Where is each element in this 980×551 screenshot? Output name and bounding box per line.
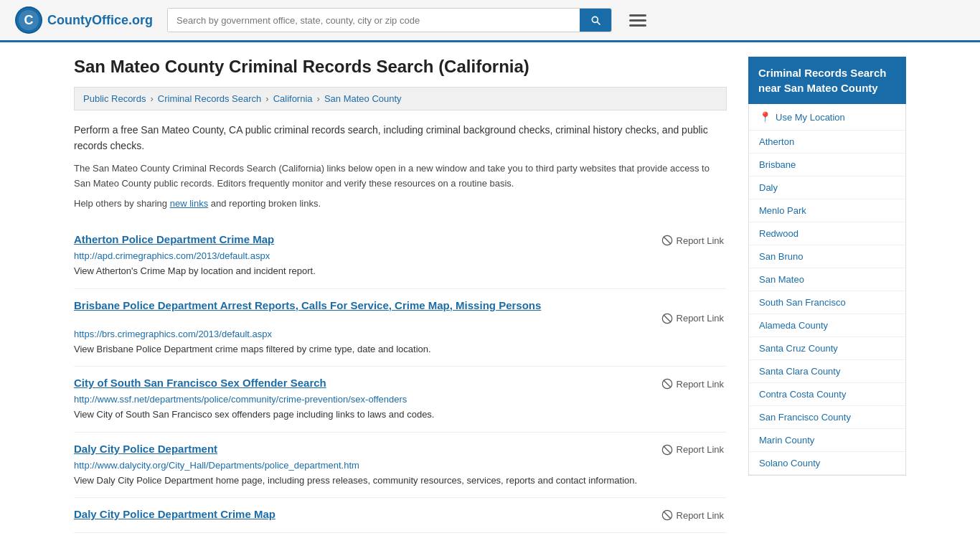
- record-item: Atherton Police Department Crime Map Rep…: [74, 223, 727, 289]
- report-icon: [661, 235, 673, 246]
- records-list: Atherton Police Department Crime Map Rep…: [74, 223, 727, 533]
- report-link-label: Report Link: [677, 510, 724, 521]
- logo-icon: C: [14, 6, 43, 34]
- search-button[interactable]: [580, 9, 611, 32]
- record-item: Daly City Police Department Report Link …: [74, 433, 727, 499]
- svg-line-13: [664, 512, 670, 519]
- logo-county: CountyOffice: [47, 13, 128, 27]
- sidebar-link-santa-clara-county[interactable]: Santa Clara County: [749, 360, 905, 383]
- report-link-button[interactable]: Report Link: [659, 311, 727, 326]
- record-url[interactable]: http://www.dalycity.org/City_Hall/Depart…: [74, 460, 727, 471]
- breadcrumb-separator: ›: [317, 93, 320, 104]
- hamburger-menu-button[interactable]: [626, 11, 649, 29]
- record-title-link[interactable]: Brisbane Police Department Arrest Report…: [74, 299, 541, 311]
- sidebar-link-redwood[interactable]: Redwood: [749, 222, 905, 245]
- help-prefix: Help others by sharing: [74, 198, 167, 209]
- record-desc: View Brisbane Police Department crime ma…: [74, 342, 727, 357]
- record-title-link[interactable]: City of South San Francisco Sex Offender…: [74, 377, 326, 389]
- sidebar-link-san-francisco-county[interactable]: San Francisco County: [749, 406, 905, 429]
- main-content: San Mateo County Criminal Records Search…: [74, 57, 727, 533]
- breadcrumb-public-records[interactable]: Public Records: [83, 93, 146, 104]
- record-url[interactable]: https://brs.crimegraphics.com/2013/defau…: [74, 329, 727, 339]
- record-desc: View Atherton's Crime Map by location an…: [74, 264, 727, 278]
- help-suffix: and reporting broken links.: [211, 198, 321, 209]
- report-link-label: Report Link: [677, 313, 724, 324]
- search-bar: [167, 8, 612, 32]
- svg-line-5: [664, 237, 670, 244]
- record-desc: View Daly City Police Department home pa…: [74, 474, 727, 488]
- breadcrumb-san-mateo-county[interactable]: San Mateo County: [324, 93, 402, 104]
- report-icon: [661, 313, 673, 324]
- sidebar-link-brisbane[interactable]: Brisbane: [749, 154, 905, 176]
- sidebar-link-atherton[interactable]: Atherton: [749, 131, 905, 154]
- sidebar-content: 📍 Use My Location Atherton Brisbane Daly…: [748, 104, 906, 476]
- sidebar-link-daly[interactable]: Daly: [749, 176, 905, 199]
- report-link-label: Report Link: [677, 235, 724, 246]
- sidebar-link-menlo-park[interactable]: Menlo Park: [749, 199, 905, 222]
- sidebar-link-contra-costa-county[interactable]: Contra Costa County: [749, 383, 905, 406]
- new-links-link[interactable]: new links: [170, 198, 208, 209]
- record-item: Daly City Police Department Crime Map Re…: [74, 498, 727, 533]
- report-icon: [661, 444, 673, 456]
- report-link-button[interactable]: Report Link: [659, 443, 727, 457]
- sidebar-link-marin-county[interactable]: Marin County: [749, 429, 905, 452]
- report-icon: [661, 378, 673, 390]
- help-text: Help others by sharing new links and rep…: [74, 198, 727, 209]
- breadcrumb-criminal-records-search[interactable]: Criminal Records Search: [158, 93, 262, 104]
- menu-line: [629, 14, 646, 17]
- intro-text: Perform a free San Mateo County, CA publ…: [74, 122, 727, 154]
- report-link-label: Report Link: [677, 444, 724, 455]
- logo[interactable]: C CountyOffice.org: [14, 6, 153, 34]
- record-title-link[interactable]: Atherton Police Department Crime Map: [74, 233, 274, 245]
- third-party-text: The San Mateo County Criminal Records Se…: [74, 161, 727, 192]
- sidebar-link-south-san-francisco[interactable]: South San Francisco: [749, 291, 905, 314]
- record-item: Brisbane Police Department Arrest Report…: [74, 289, 727, 367]
- menu-line: [629, 24, 646, 27]
- page-title: San Mateo County Criminal Records Search…: [74, 57, 727, 77]
- record-desc: View City of South San Francisco sex off…: [74, 408, 727, 422]
- sidebar-link-san-bruno[interactable]: San Bruno: [749, 245, 905, 268]
- report-link-button[interactable]: Report Link: [659, 377, 727, 391]
- report-link-button[interactable]: Report Link: [659, 508, 727, 522]
- breadcrumb-separator: ›: [150, 93, 153, 104]
- record-title-link[interactable]: Daly City Police Department Crime Map: [74, 508, 275, 520]
- sidebar-link-alameda-county[interactable]: Alameda County: [749, 314, 905, 337]
- breadcrumb-california[interactable]: California: [273, 93, 313, 104]
- pin-icon: 📍: [759, 111, 771, 123]
- svg-line-9: [664, 381, 670, 387]
- sidebar-link-san-mateo[interactable]: San Mateo: [749, 268, 905, 291]
- breadcrumb-separator: ›: [265, 93, 268, 104]
- search-icon: [590, 14, 601, 26]
- menu-line: [629, 19, 646, 22]
- record-item: City of South San Francisco Sex Offender…: [74, 367, 727, 433]
- svg-line-7: [664, 315, 670, 321]
- breadcrumb: Public Records › Criminal Records Search…: [74, 87, 727, 110]
- report-link-button[interactable]: Report Link: [659, 233, 727, 248]
- record-url[interactable]: http://apd.crimegraphics.com/2013/defaul…: [74, 250, 727, 261]
- search-input[interactable]: [168, 9, 580, 32]
- record-url[interactable]: http://www.ssf.net/departments/police/co…: [74, 394, 727, 405]
- sidebar-link-santa-cruz-county[interactable]: Santa Cruz County: [749, 337, 905, 360]
- logo-org: .org: [128, 13, 153, 27]
- report-link-label: Report Link: [677, 379, 724, 390]
- record-title-link[interactable]: Daly City Police Department: [74, 443, 217, 455]
- logo-text: CountyOffice.org: [47, 13, 153, 28]
- report-icon: [661, 509, 673, 521]
- svg-line-11: [664, 446, 670, 453]
- use-my-location-link[interactable]: Use My Location: [776, 112, 845, 123]
- sidebar-link-solano-county[interactable]: Solano County: [749, 452, 905, 475]
- sidebar: Criminal Records Search near San Mateo C…: [748, 57, 906, 533]
- sidebar-header: Criminal Records Search near San Mateo C…: [748, 57, 906, 104]
- svg-text:C: C: [24, 13, 34, 27]
- use-my-location-row: 📍 Use My Location: [749, 104, 905, 131]
